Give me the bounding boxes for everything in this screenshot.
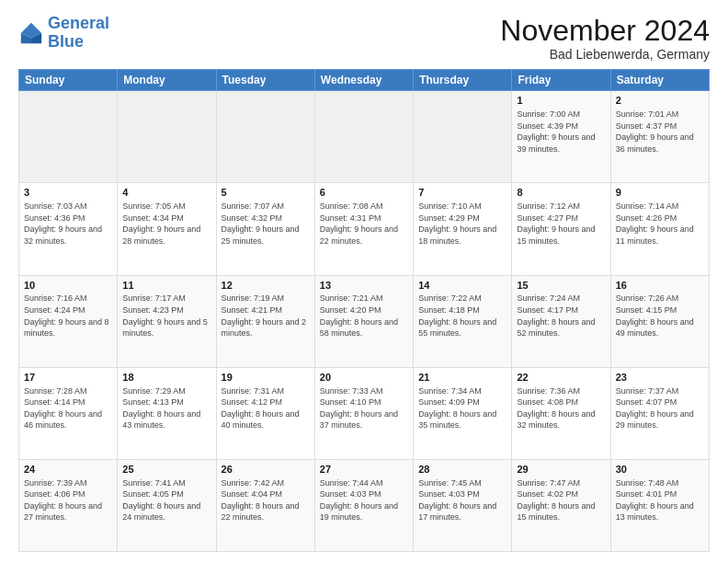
day-number: 27 — [320, 463, 408, 477]
day-number: 5 — [222, 186, 310, 200]
calendar-week-1: 1Sunrise: 7:00 AMSunset: 4:39 PMDaylight… — [19, 91, 710, 183]
day-info: Sunrise: 7:33 AMSunset: 4:10 PMDaylight:… — [320, 385, 408, 431]
day-info: Sunrise: 7:31 AMSunset: 4:12 PMDaylight:… — [222, 385, 310, 431]
day-number: 13 — [320, 279, 408, 293]
day-info: Sunrise: 7:21 AMSunset: 4:20 PMDaylight:… — [320, 293, 408, 339]
col-monday: Monday — [118, 70, 216, 91]
day-info: Sunrise: 7:26 AMSunset: 4:15 PMDaylight:… — [616, 293, 704, 339]
calendar-cell: 12Sunrise: 7:19 AMSunset: 4:21 PMDayligh… — [216, 275, 314, 367]
calendar-cell: 23Sunrise: 7:37 AMSunset: 4:07 PMDayligh… — [610, 367, 709, 459]
day-number: 17 — [24, 371, 112, 385]
calendar-cell — [414, 91, 512, 183]
day-info: Sunrise: 7:24 AMSunset: 4:17 PMDaylight:… — [517, 293, 605, 339]
day-info: Sunrise: 7:45 AMSunset: 4:03 PMDaylight:… — [418, 477, 506, 523]
day-number: 6 — [320, 186, 408, 200]
logo: General Blue — [18, 15, 109, 52]
col-wednesday: Wednesday — [314, 70, 413, 91]
calendar-cell: 1Sunrise: 7:00 AMSunset: 4:39 PMDaylight… — [512, 91, 610, 183]
calendar-cell — [314, 91, 413, 183]
calendar-cell: 29Sunrise: 7:47 AMSunset: 4:02 PMDayligh… — [512, 459, 610, 551]
day-info: Sunrise: 7:14 AMSunset: 4:26 PMDaylight:… — [616, 201, 704, 247]
day-info: Sunrise: 7:10 AMSunset: 4:29 PMDaylight:… — [418, 201, 506, 247]
day-number: 14 — [418, 279, 506, 293]
title-area: November 2024 Bad Liebenwerda, Germany — [500, 15, 710, 62]
day-info: Sunrise: 7:29 AMSunset: 4:13 PMDaylight:… — [122, 385, 210, 431]
calendar-cell: 7Sunrise: 7:10 AMSunset: 4:29 PMDaylight… — [414, 183, 512, 275]
logo-icon — [18, 20, 44, 46]
day-number: 10 — [24, 279, 112, 293]
day-info: Sunrise: 7:47 AMSunset: 4:02 PMDaylight:… — [517, 477, 605, 523]
logo-blue: Blue — [48, 32, 84, 51]
day-info: Sunrise: 7:41 AMSunset: 4:05 PMDaylight:… — [122, 477, 210, 523]
col-tuesday: Tuesday — [216, 70, 314, 91]
calendar-week-4: 17Sunrise: 7:28 AMSunset: 4:14 PMDayligh… — [19, 367, 710, 459]
calendar-cell: 26Sunrise: 7:42 AMSunset: 4:04 PMDayligh… — [216, 459, 314, 551]
day-number: 30 — [616, 463, 704, 477]
calendar-cell: 13Sunrise: 7:21 AMSunset: 4:20 PMDayligh… — [314, 275, 413, 367]
calendar-cell: 20Sunrise: 7:33 AMSunset: 4:10 PMDayligh… — [314, 367, 413, 459]
calendar: Sunday Monday Tuesday Wednesday Thursday… — [18, 69, 710, 552]
day-number: 22 — [517, 371, 605, 385]
col-thursday: Thursday — [414, 70, 512, 91]
day-number: 21 — [418, 371, 506, 385]
day-info: Sunrise: 7:34 AMSunset: 4:09 PMDaylight:… — [418, 385, 506, 431]
calendar-cell: 25Sunrise: 7:41 AMSunset: 4:05 PMDayligh… — [118, 459, 216, 551]
calendar-cell — [118, 91, 216, 183]
calendar-week-5: 24Sunrise: 7:39 AMSunset: 4:06 PMDayligh… — [19, 459, 710, 551]
day-info: Sunrise: 7:12 AMSunset: 4:27 PMDaylight:… — [517, 201, 605, 247]
month-title: November 2024 — [500, 15, 710, 47]
day-info: Sunrise: 7:28 AMSunset: 4:14 PMDaylight:… — [24, 385, 112, 431]
calendar-cell: 27Sunrise: 7:44 AMSunset: 4:03 PMDayligh… — [314, 459, 413, 551]
col-sunday: Sunday — [19, 70, 118, 91]
logo-general: General — [48, 14, 109, 32]
logo-text: General Blue — [48, 15, 109, 52]
day-info: Sunrise: 7:37 AMSunset: 4:07 PMDaylight:… — [616, 385, 704, 431]
day-info: Sunrise: 7:36 AMSunset: 4:08 PMDaylight:… — [517, 385, 605, 431]
calendar-cell: 18Sunrise: 7:29 AMSunset: 4:13 PMDayligh… — [118, 367, 216, 459]
day-number: 8 — [517, 186, 605, 200]
calendar-cell — [19, 91, 118, 183]
day-info: Sunrise: 7:17 AMSunset: 4:23 PMDaylight:… — [122, 293, 210, 339]
calendar-cell: 21Sunrise: 7:34 AMSunset: 4:09 PMDayligh… — [414, 367, 512, 459]
day-info: Sunrise: 7:22 AMSunset: 4:18 PMDaylight:… — [418, 293, 506, 339]
day-number: 12 — [222, 279, 310, 293]
day-number: 16 — [616, 279, 704, 293]
calendar-cell: 30Sunrise: 7:48 AMSunset: 4:01 PMDayligh… — [610, 459, 709, 551]
col-saturday: Saturday — [610, 70, 709, 91]
calendar-week-3: 10Sunrise: 7:16 AMSunset: 4:24 PMDayligh… — [19, 275, 710, 367]
day-info: Sunrise: 7:08 AMSunset: 4:31 PMDaylight:… — [320, 201, 408, 247]
calendar-cell: 17Sunrise: 7:28 AMSunset: 4:14 PMDayligh… — [19, 367, 118, 459]
calendar-week-2: 3Sunrise: 7:03 AMSunset: 4:36 PMDaylight… — [19, 183, 710, 275]
day-info: Sunrise: 7:07 AMSunset: 4:32 PMDaylight:… — [222, 201, 310, 247]
day-number: 15 — [517, 279, 605, 293]
day-number: 23 — [616, 371, 704, 385]
day-number: 25 — [122, 463, 210, 477]
calendar-cell: 6Sunrise: 7:08 AMSunset: 4:31 PMDaylight… — [314, 183, 413, 275]
day-number: 7 — [418, 186, 506, 200]
day-number: 11 — [122, 279, 210, 293]
subtitle: Bad Liebenwerda, Germany — [500, 47, 710, 62]
calendar-cell: 28Sunrise: 7:45 AMSunset: 4:03 PMDayligh… — [414, 459, 512, 551]
col-friday: Friday — [512, 70, 610, 91]
calendar-cell: 3Sunrise: 7:03 AMSunset: 4:36 PMDaylight… — [19, 183, 118, 275]
day-number: 28 — [418, 463, 506, 477]
day-info: Sunrise: 7:44 AMSunset: 4:03 PMDaylight:… — [320, 477, 408, 523]
day-info: Sunrise: 7:01 AMSunset: 4:37 PMDaylight:… — [616, 109, 704, 155]
day-info: Sunrise: 7:19 AMSunset: 4:21 PMDaylight:… — [222, 293, 310, 339]
day-number: 3 — [24, 186, 112, 200]
calendar-cell: 24Sunrise: 7:39 AMSunset: 4:06 PMDayligh… — [19, 459, 118, 551]
day-info: Sunrise: 7:05 AMSunset: 4:34 PMDaylight:… — [122, 201, 210, 247]
day-info: Sunrise: 7:48 AMSunset: 4:01 PMDaylight:… — [616, 477, 704, 523]
calendar-cell: 4Sunrise: 7:05 AMSunset: 4:34 PMDaylight… — [118, 183, 216, 275]
calendar-cell — [216, 91, 314, 183]
day-info: Sunrise: 7:03 AMSunset: 4:36 PMDaylight:… — [24, 201, 112, 247]
day-number: 20 — [320, 371, 408, 385]
calendar-cell: 11Sunrise: 7:17 AMSunset: 4:23 PMDayligh… — [118, 275, 216, 367]
day-info: Sunrise: 7:16 AMSunset: 4:24 PMDaylight:… — [24, 293, 112, 339]
calendar-cell: 16Sunrise: 7:26 AMSunset: 4:15 PMDayligh… — [610, 275, 709, 367]
day-info: Sunrise: 7:42 AMSunset: 4:04 PMDaylight:… — [222, 477, 310, 523]
calendar-cell: 10Sunrise: 7:16 AMSunset: 4:24 PMDayligh… — [19, 275, 118, 367]
calendar-cell: 5Sunrise: 7:07 AMSunset: 4:32 PMDaylight… — [216, 183, 314, 275]
calendar-cell: 2Sunrise: 7:01 AMSunset: 4:37 PMDaylight… — [610, 91, 709, 183]
day-info: Sunrise: 7:39 AMSunset: 4:06 PMDaylight:… — [24, 477, 112, 523]
